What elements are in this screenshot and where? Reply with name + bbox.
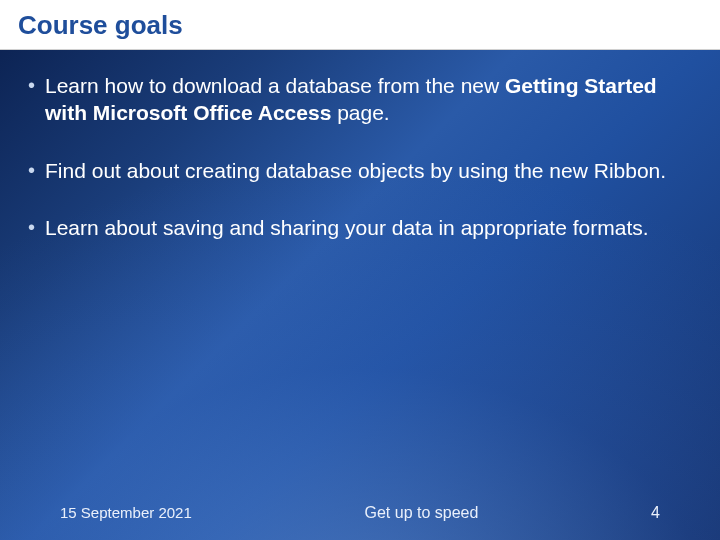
footer-date: 15 September 2021 xyxy=(60,504,192,521)
bullet-text: Learn how to download a database from th… xyxy=(45,72,692,127)
slide-header: Course goals xyxy=(0,0,720,50)
bullet-icon: • xyxy=(28,214,35,240)
bullet-icon: • xyxy=(28,157,35,183)
page-title: Course goals xyxy=(18,10,702,41)
text-segment: page. xyxy=(331,101,389,124)
bullet-text: Find out about creating database objects… xyxy=(45,157,692,184)
bullet-icon: • xyxy=(28,72,35,98)
slide-content: • Learn how to download a database from … xyxy=(0,50,720,241)
list-item: • Find out about creating database objec… xyxy=(28,157,692,184)
footer-page-number: 4 xyxy=(651,504,660,522)
text-segment: Learn how to download a database from th… xyxy=(45,74,505,97)
footer-title: Get up to speed xyxy=(365,504,479,522)
list-item: • Learn about saving and sharing your da… xyxy=(28,214,692,241)
bullet-text: Learn about saving and sharing your data… xyxy=(45,214,692,241)
list-item: • Learn how to download a database from … xyxy=(28,72,692,127)
slide-footer: 15 September 2021 Get up to speed 4 xyxy=(0,504,720,522)
